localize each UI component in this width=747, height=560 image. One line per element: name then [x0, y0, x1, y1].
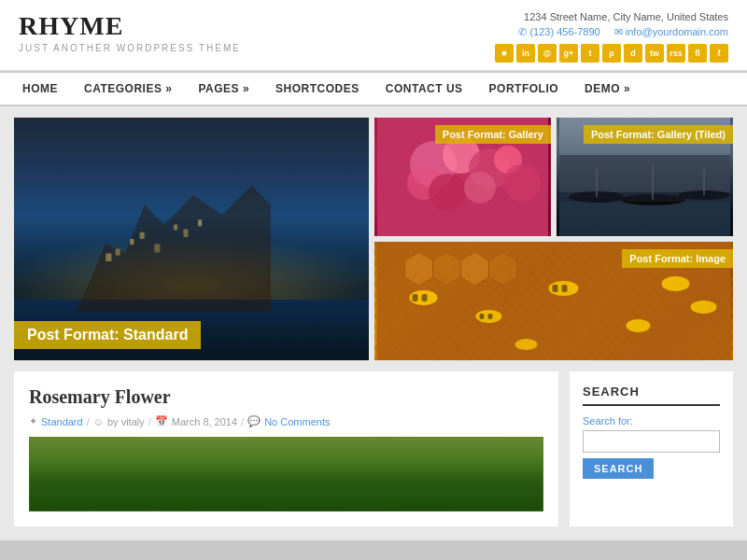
header-contact: (123) 456-7890 info@yourdomain.com	[495, 26, 728, 38]
featured-right-posts: Post Format: Gallery	[374, 118, 733, 360]
svg-rect-8	[198, 219, 202, 226]
featured-gallery-post[interactable]: Post Format: Gallery	[374, 118, 551, 236]
user-icon: ☺	[93, 416, 104, 427]
svg-rect-3	[130, 239, 134, 245]
svg-rect-37	[488, 314, 493, 319]
nav-shortcodes[interactable]: SHORTCODES	[262, 73, 373, 105]
post-author: by vitaly	[107, 416, 145, 427]
svg-rect-5	[154, 244, 160, 252]
post-category[interactable]: Standard	[41, 416, 83, 427]
svg-point-44	[691, 301, 717, 314]
nav-categories[interactable]: CATEGORIES »	[71, 73, 185, 105]
featured-top-row: Post Format: Gallery	[374, 118, 733, 236]
nav-portfolio[interactable]: PORTFOLIO	[476, 73, 572, 105]
gallery-caption: Post Format: Gallery	[374, 125, 551, 144]
social-icon-twitter[interactable]: tw	[645, 44, 664, 63]
svg-point-16	[464, 172, 496, 203]
social-icon-linkedin[interactable]: in	[516, 44, 535, 63]
post-date: March 8, 2014	[172, 416, 237, 427]
svg-point-17	[503, 164, 541, 202]
social-icon-email[interactable]: @	[538, 44, 557, 63]
post-comments[interactable]: No Comments	[264, 416, 330, 427]
gallery-caption-text: Post Format: Gallery	[435, 125, 551, 144]
main-nav: HOME CATEGORIES » PAGES » SHORTCODES CON…	[0, 71, 747, 106]
featured-main-caption-text: Post Format: Standard	[14, 321, 201, 349]
svg-rect-36	[480, 314, 485, 319]
svg-rect-6	[174, 224, 177, 230]
meta-sep-1: /	[87, 416, 90, 427]
social-icon-flickr[interactable]: fl	[688, 44, 707, 63]
svg-rect-1	[106, 254, 111, 261]
search-button[interactable]: SEARCH	[583, 458, 654, 479]
svg-rect-4	[140, 232, 145, 239]
city-cliff-svg	[49, 166, 298, 312]
header-phone[interactable]: (123) 456-7890	[518, 26, 599, 37]
svg-point-43	[515, 339, 538, 350]
svg-point-42	[662, 276, 690, 291]
meta-sep-2: /	[148, 416, 151, 427]
svg-rect-7	[183, 230, 188, 237]
site-header: RHYME JUST ANOTHER WORDPRESS THEME 1234 …	[0, 0, 747, 71]
social-icon-gplus[interactable]: g+	[559, 44, 578, 63]
calendar-icon: 📅	[155, 415, 168, 427]
nav-home[interactable]: HOME	[9, 73, 71, 105]
comment-icon: 💬	[247, 415, 261, 427]
svg-point-15	[429, 174, 466, 211]
social-icon-dribbble[interactable]: d	[624, 44, 642, 63]
svg-point-41	[627, 319, 651, 332]
content-area: Rosemary Flower ✦ Standard / ☺ by vitaly…	[0, 371, 747, 540]
main-content: Rosemary Flower ✦ Standard / ☺ by vitaly…	[14, 371, 558, 526]
social-icon-rss[interactable]: rss	[667, 44, 685, 63]
search-input[interactable]	[583, 430, 720, 453]
social-icon-pinterest[interactable]: p	[602, 44, 621, 63]
featured-gallery-tiled-post[interactable]: Post Format: Gallery (Tiled)	[557, 118, 733, 236]
svg-rect-34	[422, 294, 428, 301]
nav-demo[interactable]: DEMO »	[571, 73, 643, 105]
featured-section: Post Format: Standard	[0, 106, 747, 371]
featured-image-post[interactable]: Post Format: Image	[374, 242, 733, 360]
site-tagline: JUST ANOTHER WORDPRESS THEME	[19, 43, 241, 53]
featured-main-caption: Post Format: Standard	[14, 321, 369, 349]
social-icon-facebook[interactable]: f	[710, 44, 728, 63]
social-icons: ■ in @ g+ t p d tw rss fl f	[495, 44, 728, 63]
svg-marker-0	[77, 186, 271, 312]
header-address: 1234 Street Name, City Name, United Stat…	[495, 11, 728, 22]
featured-main-post[interactable]: Post Format: Standard	[14, 118, 369, 360]
social-icon-instagram[interactable]: ■	[495, 44, 514, 63]
category-icon: ✦	[29, 415, 37, 427]
gallery-tiled-caption-text: Post Format: Gallery (Tiled)	[584, 125, 733, 144]
search-title: SEARCH	[583, 385, 720, 406]
nav-contact[interactable]: CONTACT US	[373, 73, 476, 105]
image-post-caption-text: Post Format: Image	[622, 249, 733, 268]
svg-rect-2	[116, 248, 120, 255]
thumbnail-image	[29, 437, 543, 511]
svg-rect-26	[559, 155, 730, 202]
site-branding: RHYME JUST ANOTHER WORDPRESS THEME	[19, 11, 241, 53]
sidebar: SEARCH Search for: SEARCH	[570, 371, 733, 526]
image-post-caption: Post Format: Image	[374, 249, 733, 268]
svg-rect-40	[562, 285, 568, 292]
post-title[interactable]: Rosemary Flower	[29, 386, 543, 408]
social-icon-tumblr[interactable]: t	[581, 44, 599, 63]
post-thumbnail	[29, 437, 543, 511]
header-email[interactable]: info@yourdomain.com	[614, 26, 728, 37]
site-title: RHYME	[19, 11, 241, 41]
meta-sep-3: /	[241, 416, 244, 427]
nav-pages[interactable]: PAGES »	[185, 73, 262, 105]
header-right: 1234 Street Name, City Name, United Stat…	[495, 11, 728, 63]
post-meta: ✦ Standard / ☺ by vitaly / 📅 March 8, 20…	[29, 415, 543, 427]
gallery-tiled-caption: Post Format: Gallery (Tiled)	[557, 125, 733, 144]
svg-rect-33	[413, 294, 418, 301]
search-label: Search for:	[583, 415, 720, 427]
svg-rect-39	[553, 285, 558, 292]
